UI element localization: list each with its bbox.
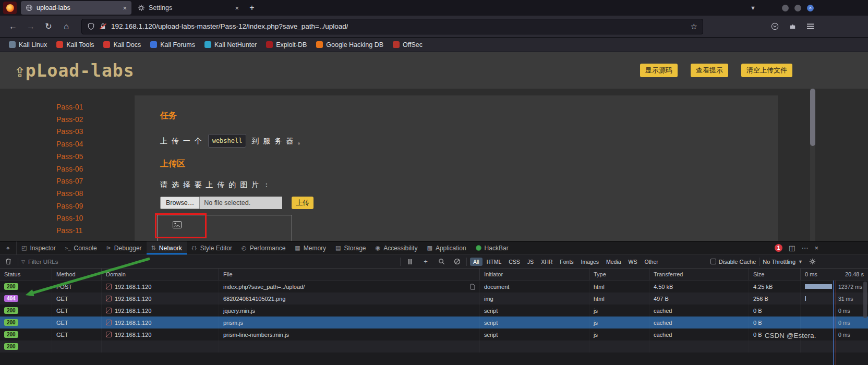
home-button[interactable]: ⌂ [58, 19, 74, 34]
clear-requests-icon[interactable] [2, 257, 15, 267]
browse-button[interactable]: Browse… [160, 197, 200, 209]
show-source-button[interactable]: 显示源码 [640, 64, 678, 77]
filter-media[interactable]: Media [603, 258, 624, 266]
request-row[interactable]: 404 GET 192.168.1.120 6820240614105021.p… [0, 293, 868, 305]
insecure-lock-icon[interactable] [99, 22, 107, 30]
bookmark-kali-docs[interactable]: Kali Docs [101, 41, 143, 48]
tab-accessibility[interactable]: ◉Accessibility [371, 241, 423, 254]
tab-console[interactable]: >_Console [61, 241, 102, 254]
tab-debugger[interactable]: ⊳Debugger [102, 241, 147, 254]
tab-memory[interactable]: ▦Memory [290, 241, 331, 254]
sidebar-item-pass-11[interactable]: Pass-11 [56, 225, 83, 237]
filter-all[interactable]: All [470, 258, 483, 266]
tab-close-icon[interactable]: × [123, 5, 127, 11]
maximize-button[interactable] [794, 5, 801, 11]
page-scrollbar[interactable] [810, 89, 815, 241]
filter-ws[interactable]: WS [625, 258, 641, 266]
reload-button[interactable]: ↻ [41, 19, 56, 34]
bookmark-kali-forums[interactable]: Kali Forums [148, 41, 198, 48]
network-settings-gear-icon[interactable] [806, 257, 818, 267]
filter-css[interactable]: CSS [505, 258, 523, 266]
error-count-badge[interactable]: 1 [775, 244, 782, 252]
new-tab-button[interactable]: + [245, 1, 259, 15]
sidebar-item-pass-03[interactable]: Pass-03 [56, 126, 83, 138]
sidebar-item-pass-08[interactable]: Pass-08 [56, 188, 83, 200]
filter-other[interactable]: Other [642, 258, 661, 266]
bookmark-google-hacking-db[interactable]: Google Hacking DB [314, 41, 386, 48]
column-initiator[interactable]: Initiator [480, 269, 589, 280]
block-requests-icon[interactable] [451, 257, 463, 267]
column-size[interactable]: Size [749, 269, 801, 280]
browser-tab-settings[interactable]: Settings × [133, 1, 244, 15]
column-waterfall[interactable]: 0 ms 20.48 s [801, 269, 868, 280]
pocket-icon[interactable] [767, 19, 782, 34]
sidebar-item-pass-02[interactable]: Pass-02 [56, 114, 83, 126]
devtools-options-icon[interactable]: ⋯ [801, 244, 808, 252]
page-scrollbar-thumb[interactable] [810, 89, 815, 146]
request-row[interactable]: 200 [0, 340, 868, 352]
tab-inspector[interactable]: ◰Inspector [17, 241, 61, 254]
tab-hackbar[interactable]: HackBar [471, 241, 513, 254]
sidebar-item-pass-07[interactable]: Pass-07 [56, 175, 83, 188]
request-row-selected[interactable]: 200 GET 192.168.1.120 prism.js script js… [0, 317, 868, 328]
disable-cache-checkbox[interactable] [710, 259, 716, 264]
filter-js[interactable]: JS [524, 258, 537, 266]
close-devtools-icon[interactable]: × [814, 244, 818, 252]
view-hint-button[interactable]: 查看提示 [691, 64, 728, 77]
tab-style-editor[interactable]: {}Style Editor [187, 241, 237, 254]
column-method[interactable]: Method [52, 269, 102, 280]
split-console-icon[interactable]: ◫ [789, 244, 795, 252]
firefox-logo-icon[interactable] [3, 2, 17, 14]
close-window-button[interactable]: × [807, 5, 814, 11]
request-row[interactable]: 200 POST 192.168.1.120 index.php?save_pa… [0, 281, 868, 293]
sidebar-item-pass-04[interactable]: Pass-04 [56, 138, 83, 151]
throttling-dropdown[interactable]: No Throttling ▼ [763, 259, 803, 265]
menu-hamburger-icon[interactable] [802, 19, 818, 34]
url-bar[interactable]: 192.168.1.120/upload-labs-master/Pass-12… [81, 19, 703, 34]
sidebar-item-pass-06[interactable]: Pass-06 [56, 163, 83, 176]
filter-urls-box[interactable]: ▽ [21, 259, 397, 265]
filter-xhr[interactable]: XHR [538, 258, 556, 266]
pause-recording-icon[interactable] [404, 257, 416, 267]
request-row[interactable]: 200 GET 192.168.1.120 jquery.min.js scri… [0, 305, 868, 317]
column-type[interactable]: Type [589, 269, 649, 280]
sidebar-item-pass-05[interactable]: Pass-05 [56, 151, 83, 163]
bookmark-kali-tools[interactable]: Kali Tools [54, 41, 97, 48]
bookmark-exploit-db[interactable]: Exploit-DB [263, 41, 309, 48]
filter-html[interactable]: HTML [484, 258, 505, 266]
minimize-button[interactable] [782, 5, 789, 11]
column-file[interactable]: File [219, 269, 480, 280]
browser-tab-upload-labs[interactable]: upload-labs × [21, 1, 131, 15]
bookmark-star-icon[interactable]: ☆ [691, 22, 697, 31]
clear-uploads-button[interactable]: 清空上传文件 [741, 64, 792, 77]
column-transferred[interactable]: Transferred [649, 269, 749, 280]
back-button[interactable]: ← [5, 19, 21, 34]
tab-network[interactable]: ⇅Network [147, 241, 187, 254]
filter-urls-input[interactable] [28, 259, 397, 265]
extensions-puzzle-icon[interactable] [785, 19, 800, 34]
tab-application[interactable]: ▩Application [422, 241, 471, 254]
element-picker-icon[interactable]: ⌖ [0, 241, 17, 254]
sidebar-item-pass-01[interactable]: Pass-01 [56, 101, 83, 114]
url-text[interactable]: 192.168.1.120/upload-labs-master/Pass-12… [111, 22, 348, 30]
network-scrollbar-thumb[interactable] [863, 282, 867, 318]
disable-cache-control[interactable]: Disable Cache [710, 259, 756, 265]
file-selected-text[interactable]: No file selected. [200, 197, 282, 209]
filter-images[interactable]: Images [578, 258, 602, 266]
tab-performance[interactable]: ◴Performance [237, 241, 290, 254]
tab-close-icon[interactable]: × [235, 5, 239, 11]
upload-submit-button[interactable]: 上传 [292, 197, 314, 209]
sidebar-item-pass-09[interactable]: Pass-09 [56, 200, 83, 213]
bookmark-kali-linux[interactable]: Kali Linux [6, 41, 50, 48]
new-request-icon[interactable]: + [419, 257, 432, 267]
column-status[interactable]: Status [0, 269, 52, 280]
forward-button[interactable]: → [23, 19, 39, 34]
sidebar-item-pass-10[interactable]: Pass-10 [56, 212, 83, 225]
column-domain[interactable]: Domain [102, 269, 219, 280]
filter-fonts[interactable]: Fonts [557, 258, 576, 266]
tracking-protection-shield-icon[interactable] [87, 22, 95, 30]
bookmark-offsec[interactable]: OffSec [390, 41, 425, 48]
bookmark-kali-nethunter[interactable]: Kali NetHunter [202, 41, 259, 48]
search-requests-icon[interactable] [435, 257, 448, 267]
list-all-tabs-icon[interactable]: ▼ [750, 5, 756, 11]
